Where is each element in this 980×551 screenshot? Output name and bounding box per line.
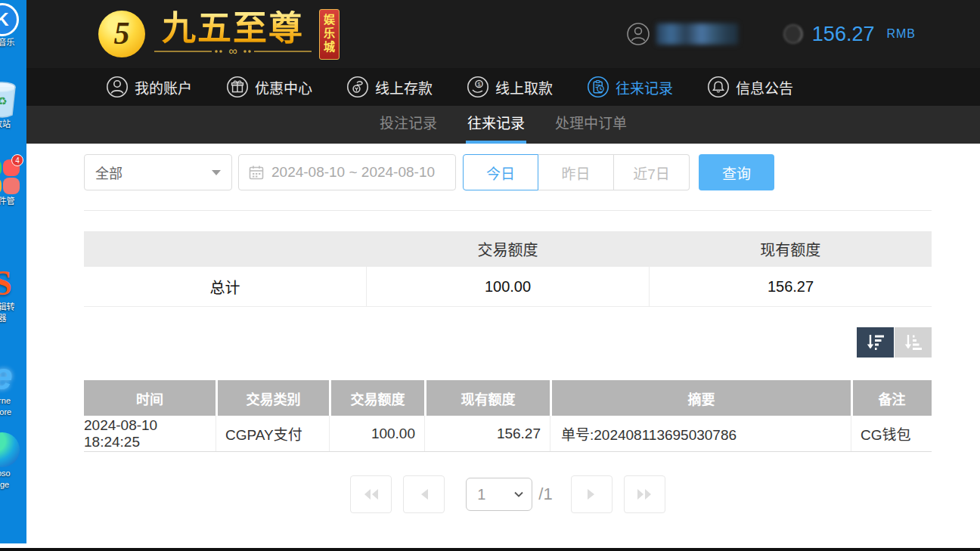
desktop-icon-recycle-bin[interactable]: ♻ 收站 [0, 80, 26, 129]
records-table: 时间 交易类别 交易额度 现有额度 摘要 备注 2024-08-10 18:24… [84, 380, 932, 452]
cell-summary: 单号:202408113695030786 [550, 416, 851, 451]
gift-icon [226, 76, 249, 98]
nav-item-online-deposit[interactable]: 线上存款 [346, 76, 433, 98]
desktop-icon-microsoft-edge[interactable]: roso dge [0, 432, 26, 490]
last-page-button[interactable] [624, 475, 665, 513]
records-table-header: 时间 交易类别 交易额度 现有额度 摘要 备注 [84, 380, 932, 416]
nav-item-transaction-records[interactable]: 往来记录 [587, 76, 673, 98]
user-account-chip[interactable] [626, 22, 738, 46]
summary-total-balance: 156.27 [649, 267, 932, 306]
summary-total-label: 总计 [84, 267, 366, 306]
internet-explorer-icon: e [0, 358, 26, 395]
page-select[interactable]: 1 [466, 478, 532, 511]
nav-label: 我的账户 [135, 77, 192, 98]
music-app-icon: K [0, 3, 19, 36]
tab-betting-records[interactable]: 投注记录 [378, 106, 439, 144]
filter-bar: 全部 2024-08-10 ~ 2024-08-10 今日 昨日 近7日 [84, 154, 932, 190]
nav-item-promotions[interactable]: 优惠中心 [226, 76, 312, 98]
withdraw-icon: $ [467, 76, 489, 98]
page-total: /1 [538, 484, 552, 504]
page-select-value: 1 [477, 486, 485, 503]
tab-transaction-records[interactable]: 往来记录 [466, 106, 526, 144]
nav-label: 线上取款 [495, 77, 553, 98]
balance-amount: 156.27 [812, 23, 875, 46]
desktop-icon-label: 收站 [0, 119, 26, 129]
quick-date-group: 今日 昨日 近7日 [463, 154, 690, 190]
cell-remark: CG钱包 [851, 416, 931, 451]
user-icon [106, 76, 129, 98]
right-arrow-icon [586, 488, 597, 500]
next-page-button[interactable] [571, 475, 612, 513]
summary-total-transaction: 100.00 [366, 267, 649, 306]
cell-type: CGPAY支付 [216, 416, 329, 451]
double-left-arrow-icon [362, 488, 380, 500]
left-arrow-icon [419, 488, 430, 500]
nav-label: 往来记录 [616, 77, 673, 98]
summary-header-transaction: 交易额度 [367, 231, 650, 267]
previous-page-button[interactable] [403, 475, 445, 513]
wallet-balance[interactable]: 156.27 RMB [782, 23, 916, 46]
summary-table: 交易额度 现有额度 总计 100.00 156.27 [84, 231, 932, 307]
chevron-down-icon [513, 491, 524, 498]
desktop-icon-file-manager[interactable]: 4 文件管 [0, 159, 26, 206]
user-avatar-icon [626, 22, 650, 46]
nav-label: 线上存款 [375, 77, 433, 98]
primary-nav: 我的账户 优惠中心 线上存款 $ [26, 68, 980, 106]
chevron-down-icon [212, 170, 221, 175]
sort-descending-icon [865, 333, 886, 351]
svg-text:♻: ♻ [0, 94, 8, 107]
transaction-type-select[interactable]: 全部 [84, 154, 232, 190]
sort-descending-button[interactable] [857, 327, 894, 358]
header-time: 时间 [84, 380, 216, 416]
site-header: 5 九五至尊 ∞ 娱乐城 [26, 0, 980, 68]
nav-item-announcements[interactable]: 信息公告 [707, 76, 793, 98]
logo-title: 九五至尊 [162, 11, 304, 47]
sort-ascending-button[interactable] [895, 327, 932, 358]
desktop-icon-label: 编辑转 [0, 302, 26, 312]
desktop-icon-label: erne [0, 396, 26, 406]
bell-icon [707, 76, 730, 98]
desktop-icon-internet-explorer[interactable]: e erne olore [0, 358, 26, 417]
summary-table-header: 交易额度 现有额度 [84, 231, 932, 267]
desktop-icon-label: roso [0, 469, 26, 478]
tab-processing-orders[interactable]: 处理中订单 [554, 106, 628, 144]
logo-circle-icon: 5 [98, 11, 145, 57]
svg-text:∞: ∞ [228, 45, 237, 57]
header-type: 交易类别 [216, 380, 329, 416]
file-manager-icon: 4 [0, 159, 20, 195]
header-amount: 交易额度 [329, 380, 424, 416]
last-7-days-button[interactable]: 近7日 [614, 154, 690, 190]
deposit-icon [346, 76, 369, 98]
header-remark: 备注 [851, 380, 931, 416]
desktop-icon-music[interactable]: K 向音乐 [0, 3, 26, 48]
nav-item-my-account[interactable]: 我的账户 [106, 76, 192, 98]
nav-item-online-withdrawal[interactable]: $ 线上取款 [467, 76, 553, 98]
date-range-value: 2024-08-10 ~ 2024-08-10 [271, 164, 435, 181]
query-button[interactable]: 查询 [699, 154, 774, 190]
desktop-icon-label: dge [0, 480, 26, 490]
windows-desktop-strip: K 向音乐 ♻ 收站 4 文件管 S 编辑转 器 e erne olore ro… [0, 0, 26, 543]
window-bottom-edge [0, 548, 980, 551]
table-row: 2024-08-10 18:24:25 CGPAY支付 100.00 156.2… [84, 416, 932, 452]
section-divider [84, 210, 932, 211]
recycle-bin-icon: ♻ [0, 80, 19, 118]
summary-total-row: 总计 100.00 156.27 [84, 267, 932, 307]
site-logo[interactable]: 5 九五至尊 ∞ 娱乐城 [98, 9, 340, 60]
username-blurred [656, 23, 738, 45]
browser-content: 5 九五至尊 ∞ 娱乐城 [26, 0, 980, 548]
desktop-icon-label: 文件管 [0, 197, 26, 206]
microsoft-edge-icon [0, 432, 20, 467]
desktop-icon-converter[interactable]: S 编辑转 器 [0, 266, 26, 323]
date-range-picker[interactable]: 2024-08-10 ~ 2024-08-10 [238, 154, 456, 190]
nav-label: 优惠中心 [255, 77, 312, 98]
logo-badge: 娱乐城 [319, 9, 340, 60]
first-page-button[interactable] [350, 475, 392, 513]
today-button[interactable]: 今日 [463, 154, 538, 190]
cell-balance: 156.27 [424, 416, 550, 451]
pagination: 1 /1 [84, 475, 932, 513]
yesterday-button[interactable]: 昨日 [538, 154, 614, 190]
type-select-value: 全部 [95, 163, 122, 182]
records-subnav: 投注记录 往来记录 处理中订单 [26, 106, 980, 144]
double-right-arrow-icon [635, 488, 653, 500]
logo-flourish-ornament: ∞ [153, 45, 313, 57]
